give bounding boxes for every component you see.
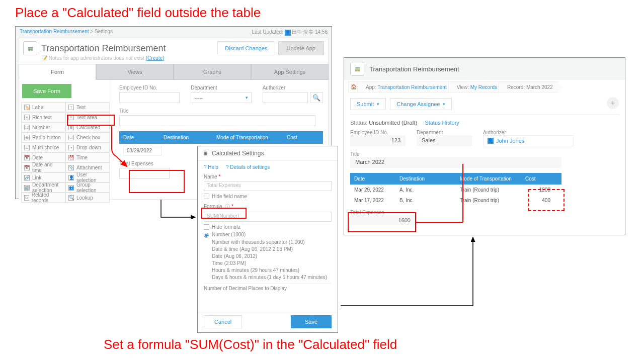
palette-text[interactable]: TText	[65, 102, 110, 112]
update-app-button[interactable]: Update App	[278, 41, 325, 55]
cancel-button[interactable]: Cancel	[204, 315, 242, 328]
palette-dropdown[interactable]: ▾Drop-down	[65, 142, 110, 152]
palette-link[interactable]: 🔗Link	[21, 172, 65, 183]
user-icon: 👤	[285, 30, 291, 36]
palette-radio[interactable]: ◉Radio button	[21, 132, 65, 142]
palette-datetime[interactable]: 📅Date and time	[21, 162, 65, 172]
page-title: Transportation Reimbursement	[41, 43, 166, 54]
search-icon[interactable]: 🔍	[310, 92, 323, 103]
input-title[interactable]	[119, 115, 315, 126]
select-department[interactable]: -----▾	[191, 92, 251, 103]
breadcrumb: Transportation Reimbursement > Settings …	[16, 27, 332, 38]
value-total-expenses: 1600	[350, 215, 416, 225]
calculated-settings-dialog: 🖩 Calculated Settings ? Help ? Details o…	[197, 146, 338, 333]
input-name[interactable]: Total Expenses	[204, 181, 332, 191]
crumb-record: Record: March 2022	[499, 81, 558, 93]
format-option: Time (2:03 PM)	[212, 260, 332, 266]
info-icon: ⓘ	[225, 204, 230, 209]
label-decimals: Number of Decimal Places to Display	[204, 283, 332, 291]
input-authorizer[interactable]	[263, 92, 308, 103]
app-icon: 🚃	[350, 62, 364, 76]
annotation-top: Place a "Calculated" field outside the t…	[15, 5, 261, 21]
chevron-down-icon: ▾	[443, 102, 445, 107]
admin-note: 📝 Notes for app administrators does not …	[41, 55, 324, 61]
palette-calculated[interactable]: 🖩Calculated	[65, 122, 110, 132]
label-department: Department	[417, 130, 472, 135]
palette-number[interactable]: 12Number	[21, 122, 65, 132]
palette-richtext[interactable]: ARich text	[21, 112, 65, 122]
value-title: March 2022	[350, 157, 561, 168]
checkbox-hide-name[interactable]: Hide field name	[204, 194, 332, 199]
palette-lookup[interactable]: 🔍Lookup	[65, 193, 110, 203]
palette-date[interactable]: 📅Date	[21, 152, 65, 162]
submit-button[interactable]: Submit▾	[350, 98, 386, 110]
chevron-down-icon: ▾	[246, 95, 248, 100]
save-button[interactable]: Save	[291, 315, 332, 328]
palette-time[interactable]: ⏰Time	[65, 152, 110, 162]
help-link[interactable]: ? Help	[204, 164, 218, 170]
label-title: Title	[350, 151, 619, 157]
app-icon: 🚃	[23, 41, 37, 55]
cell-date[interactable]: 03/29/2022	[123, 146, 162, 156]
label-title: Title	[119, 108, 323, 114]
format-option: Date (Aug 06, 2012)	[212, 253, 332, 259]
tab-graphs[interactable]: Graphs	[174, 64, 251, 80]
format-option: Days & hours & minutes (1 day 5 hours 47…	[212, 275, 332, 280]
input-employee-id[interactable]	[119, 92, 180, 103]
palette-multichoice[interactable]: ☰Multi-choice	[21, 142, 65, 152]
label-employee-id: Employee ID No.	[119, 85, 180, 90]
save-form-button[interactable]: Save Form	[22, 84, 71, 98]
table-header: Date Destination Mode of Transportation …	[119, 131, 323, 144]
tab-app-settings[interactable]: App Settings	[251, 64, 329, 80]
breadcrumb: 🏠 App: Transportation Reimbursement View…	[344, 80, 625, 94]
app-title: Transportation Reimbursement	[369, 65, 459, 73]
label-authorizer: Authorizer	[483, 130, 574, 135]
palette-userselect[interactable]: 👤User selection	[65, 172, 110, 183]
format-option: Date & time (Aug 06, 2012 2:03 PM)	[212, 246, 332, 252]
input-formula[interactable]: SUM(Number)	[204, 212, 332, 222]
checkbox-hide-formula[interactable]: Hide formula	[204, 224, 332, 230]
tab-form[interactable]: Form	[19, 64, 96, 80]
calculator-icon: 🖩	[68, 125, 74, 130]
status-line: Status: Unsubmitted (Draft) Status Histo…	[350, 120, 619, 126]
crumb-app[interactable]: App: Transportation Reimbursement	[357, 81, 452, 93]
breadcrumb-page: Settings	[95, 29, 113, 34]
details-link[interactable]: ? Details of settings	[226, 164, 270, 170]
tab-views[interactable]: Views	[96, 64, 174, 80]
table-header: DateDestinationMode of TransportationCos…	[350, 173, 561, 185]
annotation-bottom: Set a formula "SUM(Cost)" in the "Calcul…	[104, 337, 397, 352]
field-palette: 🏷️Label TText ARich text ≡Text area 12Nu…	[21, 102, 110, 203]
value-department: Sales	[417, 135, 472, 146]
add-button[interactable]: ＋	[607, 97, 619, 109]
breadcrumb-app[interactable]: Transportation Reimbursement	[20, 29, 89, 34]
palette-label[interactable]: 🏷️Label	[21, 102, 65, 112]
format-option: Hours & minutes (29 hours 47 minutes)	[212, 267, 332, 273]
user-icon: 👤	[488, 138, 494, 144]
discard-button[interactable]: Discard Changes	[217, 41, 275, 55]
palette-textarea[interactable]: ≡Text area	[65, 112, 110, 122]
change-assignee-button[interactable]: Change Assignee▾	[390, 98, 452, 110]
palette-checkbox[interactable]: ☑Check box	[65, 132, 110, 142]
field-total-expenses[interactable]	[119, 168, 170, 179]
label-employee-id: Employee ID No.	[350, 130, 406, 135]
status-history-link[interactable]: Status History	[425, 120, 459, 126]
label-formula: Formula ⓘ *	[204, 203, 332, 210]
record-view-panel: 🚃 Transportation Reimbursement 🏠 App: Tr…	[344, 57, 625, 235]
create-note-link[interactable]: (Create)	[146, 55, 165, 61]
tabs: Form Views Graphs App Settings	[19, 64, 329, 80]
palette-groupselect[interactable]: 👥Group selection	[65, 183, 110, 193]
crumb-view[interactable]: View: My Records	[448, 81, 503, 93]
table-row: Mar 29, 2022A, Inc.Train (Round trip)120…	[350, 185, 561, 195]
dialog-title: 🖩 Calculated Settings	[198, 146, 338, 161]
palette-deptselect[interactable]: 🏢Department selection	[21, 183, 65, 193]
calculator-icon: 🖩	[203, 150, 209, 157]
label-name: Name *	[204, 174, 332, 179]
palette-related[interactable]: ⧉Related records	[21, 193, 65, 203]
value-authorizer[interactable]: 👤John Jones	[483, 135, 574, 146]
label-total-expenses: Total Expenses	[350, 210, 416, 215]
label-department: Department	[191, 85, 251, 90]
radio-format-number[interactable]: Number (1000)	[204, 232, 332, 238]
label-authorizer: Authorizer	[263, 85, 308, 90]
table-row: Mar 17, 2022B, Inc.Train (Round trip)400	[350, 195, 561, 206]
palette-attachment[interactable]: 📎Attachment	[65, 162, 110, 172]
